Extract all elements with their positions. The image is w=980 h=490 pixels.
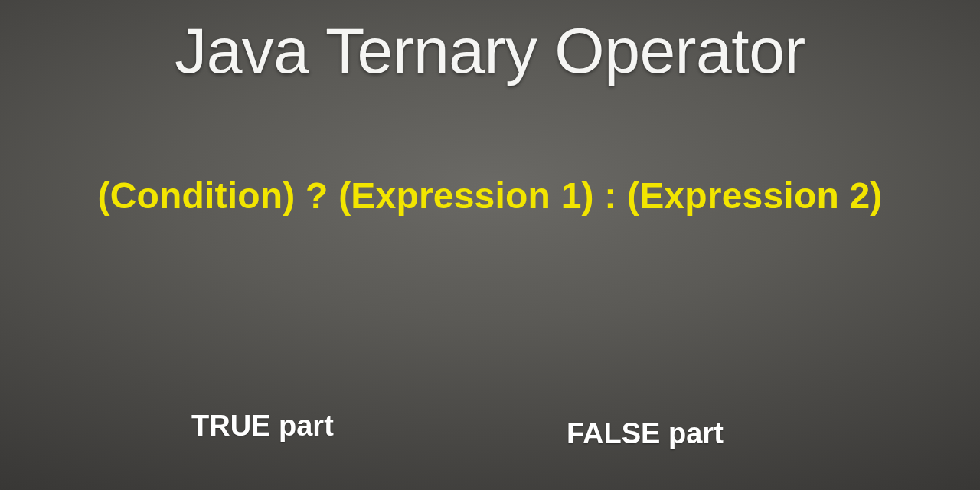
slide-title: Java Ternary Operator (0, 14, 980, 88)
false-part-label: FALSE part (567, 417, 724, 450)
ribbon-arrow-icon-true (211, 221, 379, 430)
true-part-label: TRUE part (191, 410, 334, 443)
ternary-syntax: (Condition) ? (Expression 1) : (Expressi… (0, 175, 980, 217)
ribbon-arrow-icon-false (570, 221, 739, 430)
slide-stage: Java Ternary Operator (Condition) ? (Exp… (0, 0, 980, 490)
